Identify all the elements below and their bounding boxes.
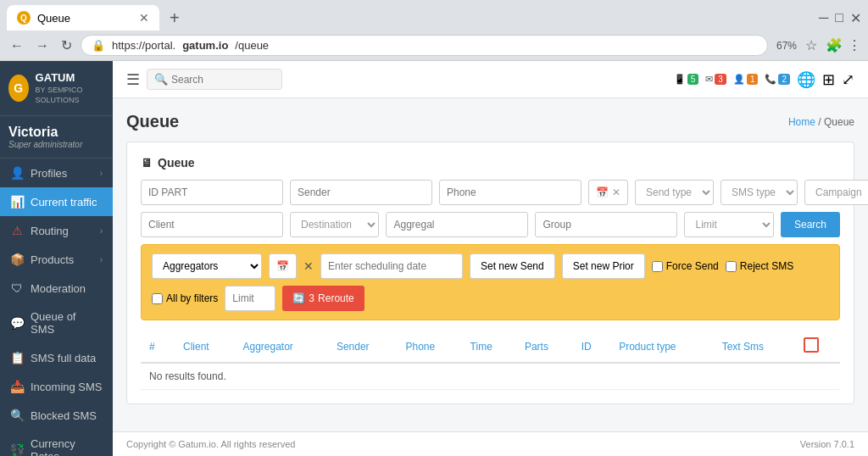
aggregal-input[interactable] (386, 212, 528, 237)
reroute-button[interactable]: 🔄 3 Reroute (282, 286, 364, 311)
badge-sms: 📱 5 (674, 74, 699, 85)
sender-input[interactable] (290, 180, 432, 205)
tab-close-button[interactable]: ✕ (139, 11, 149, 25)
reject-sms-group: Reject SMS (726, 260, 793, 272)
breadcrumb-home[interactable]: Home (788, 116, 815, 128)
search-input[interactable] (171, 74, 275, 86)
window-maximize[interactable]: □ (835, 10, 843, 25)
th-text-sms[interactable]: Text Sms (714, 331, 795, 363)
th-checkbox (795, 331, 840, 363)
th-parts[interactable]: Parts (516, 331, 573, 363)
users-icon: 👤 (733, 74, 745, 85)
address-bar[interactable]: 🔒 https://portal.gatum.io/queue (81, 35, 768, 56)
calendar-icon: 📅 (596, 186, 609, 198)
select-all-checkbox[interactable] (804, 337, 819, 353)
queue-icon: 💬 (10, 316, 24, 330)
campaign-select[interactable]: Campaign (804, 180, 868, 205)
destination-select[interactable]: Destination (290, 212, 379, 237)
page-content: Queue Home / Queue 🖥 Queue (113, 98, 868, 431)
sidebar-item-moderation[interactable]: 🛡 Moderation (0, 274, 113, 303)
security-icon: 🔒 (92, 39, 105, 52)
th-time[interactable]: Time (462, 331, 516, 363)
th-sender[interactable]: Sender (328, 331, 398, 363)
window-close[interactable]: ✕ (850, 10, 861, 26)
active-tab[interactable]: Q Queue ✕ (7, 5, 159, 31)
sidebar-item-queue-of-sms[interactable]: 💬 Queue of SMS (0, 303, 113, 343)
filter-row-2: Destination Limit Search (141, 212, 840, 237)
all-by-filters-group: All by filters (152, 292, 218, 304)
new-tab-button[interactable]: + (163, 8, 186, 28)
th-client[interactable]: Client (175, 331, 234, 363)
sidebar-item-incoming-sms[interactable]: 📥 Incoming SMS (0, 372, 113, 401)
search-box[interactable]: 🔍 (147, 69, 282, 90)
reject-sms-checkbox[interactable] (726, 261, 737, 272)
forward-button[interactable]: → (32, 36, 53, 55)
refresh-button[interactable]: ↻ (58, 36, 75, 55)
sidebar-label-moderation: Moderation (31, 282, 86, 295)
sidebar-item-products[interactable]: 📦 Products › (0, 245, 113, 274)
sidebar-item-currency[interactable]: 💱 Currency Rates (0, 430, 113, 456)
products-icon: 📦 (10, 253, 24, 266)
page-title: Queue (126, 112, 179, 131)
window-minimize[interactable]: ─ (819, 10, 828, 25)
scheduling-date-input[interactable] (320, 253, 463, 279)
sidebar-item-routing[interactable]: ⚠ Routing › (0, 216, 113, 245)
tab-title: Queue (37, 12, 70, 25)
set-new-prior-btn[interactable]: Set new Prior (562, 253, 645, 279)
send-type-select[interactable]: Send type (635, 180, 714, 205)
moderation-icon: 🛡 (10, 281, 24, 295)
hamburger-menu[interactable]: ☰ (126, 70, 140, 89)
th-phone[interactable]: Phone (398, 331, 462, 363)
aggregators-select[interactable]: Aggregators (152, 253, 262, 279)
limit-select[interactable]: Limit (684, 212, 773, 237)
scheduling-date-btn[interactable]: 📅 (269, 253, 297, 279)
grid-icon[interactable]: ⊞ (822, 70, 835, 89)
menu-button[interactable]: ⋮ (848, 37, 861, 53)
table-header-row: # Client Aggregator Sender Phone Time Pa… (141, 331, 840, 363)
all-by-filters-label: All by filters (166, 292, 218, 304)
breadcrumb: Home / Queue (788, 116, 854, 128)
date-clear[interactable]: ✕ (612, 186, 620, 198)
logo-icon: G (8, 75, 29, 102)
page-footer: Copyright © Gatum.io. All rights reserve… (113, 431, 868, 456)
calls-icon: 📞 (765, 74, 776, 85)
th-aggregator[interactable]: Aggregator (234, 331, 327, 363)
no-results-text: No results found. (141, 363, 840, 390)
sidebar-item-blocked-sms[interactable]: 🔍 Blocked SMS (0, 401, 113, 430)
queue-table: # Client Aggregator Sender Phone Time Pa… (141, 331, 840, 390)
user-role: Super administrator (8, 140, 104, 149)
group-input[interactable] (535, 212, 677, 237)
badge-users: 👤 1 (733, 74, 759, 85)
browser-actions: 🧩 ⋮ (826, 37, 861, 53)
calls-count: 2 (778, 74, 790, 85)
main-content: ☰ 🔍 📱 5 ✉ 3 👤 1 (113, 61, 868, 456)
back-button[interactable]: ← (7, 36, 27, 55)
search-button[interactable]: Search (781, 212, 840, 237)
date-picker[interactable]: 📅 ✕ (588, 180, 628, 205)
sidebar-item-current-traffic[interactable]: 📊 Current traffic › (0, 187, 113, 216)
date-clear-btn[interactable]: ✕ (303, 259, 314, 273)
phone-input[interactable] (439, 180, 581, 205)
set-new-send-btn[interactable]: Set new Send (470, 253, 555, 279)
chevron-icon: › (100, 169, 103, 178)
sms-type-select[interactable]: SMS type (721, 180, 798, 205)
force-send-checkbox[interactable] (652, 261, 663, 272)
browser-chrome: Q Queue ✕ + ─ □ ✕ ← → ↻ 🔒 https://portal… (0, 0, 868, 61)
client-input[interactable] (141, 212, 283, 237)
expand-icon[interactable]: ⤢ (842, 70, 854, 89)
sidebar-label-current-traffic: Current traffic (31, 196, 97, 209)
sidebar-item-profiles[interactable]: 👤 Profiles › (0, 158, 113, 187)
extensions-button[interactable]: 🧩 (826, 37, 843, 53)
th-id[interactable]: ID (573, 331, 611, 363)
sidebar-item-sms-full-data[interactable]: 📋 SMS full data (0, 343, 113, 372)
id-part-input[interactable] (141, 180, 283, 205)
users-count: 1 (747, 74, 759, 85)
limit-input[interactable] (225, 286, 275, 311)
sidebar-label-currency: Currency Rates (31, 437, 103, 456)
all-by-filters-checkbox[interactable] (152, 293, 163, 304)
sms-full-icon: 📋 (10, 351, 24, 364)
bookmark-button[interactable]: ☆ (805, 37, 817, 53)
app-container: G GATUM BY SEMPICO SOLUTIONS Victoria Su… (0, 61, 868, 456)
search-icon: 🔍 (154, 73, 168, 86)
th-product-type[interactable]: Product type (610, 331, 714, 363)
